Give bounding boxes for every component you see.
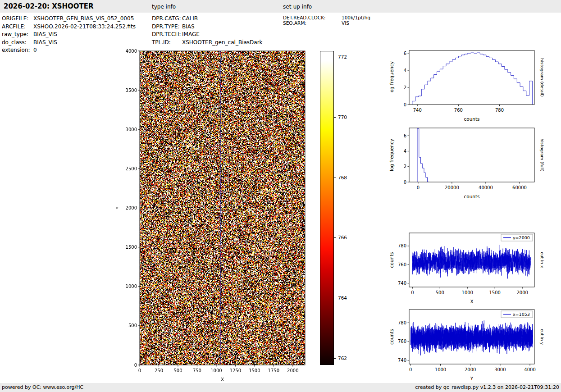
svg-text:1500: 1500 [249,368,260,373]
info-label: SEQ.ARM: [283,20,342,26]
cut-y-ylabel: counts [389,329,394,345]
info-label: extension: [2,46,33,55]
svg-text:3000: 3000 [494,367,506,372]
svg-text:740: 740 [398,281,406,286]
svg-text:760: 760 [398,262,406,267]
svg-text:0: 0 [411,290,414,295]
svg-text:250: 250 [155,368,163,373]
colorbar-tick-label: 764 [338,295,347,301]
info-value: BIAS_VIS [33,39,57,47]
svg-text:1750: 1750 [268,368,279,373]
colorbar-tick [334,298,336,298]
info-row-dpr-catg: DPR.CATG: CALIB [152,15,263,23]
info-label: DPR.TYPE: [152,23,182,31]
svg-text:2: 2 [404,164,406,169]
info-row-tpl-id: TPL.ID: XSHOOTER_gen_cal_BiasDark [152,39,263,47]
info-row-dpr-type: DPR.TYPE: BIAS [152,23,263,31]
info-value: XSHOOTER_gen_cal_BiasDark [182,39,263,47]
svg-text:6: 6 [404,51,406,56]
colorbar-tick-label: 770 [338,114,347,120]
svg-text:780: 780 [495,108,504,113]
info-value: XSHOOTER_GEN_BIAS_VIS_052_0005 [33,15,134,23]
svg-text:2500: 2500 [126,166,137,171]
info-row-dpr-tech: DPR.TECH: IMAGE [152,31,263,39]
cut-y-axes: 01000200030004000740760780Ycountscut in … [388,306,546,387]
svg-text:0: 0 [134,363,137,368]
svg-text:780: 780 [398,243,406,248]
svg-text:740: 740 [413,108,422,113]
svg-text:4: 4 [404,149,406,154]
colorbar-tick [334,117,336,118]
svg-text:1000: 1000 [210,368,222,373]
hist-full-ylabel: log frequency [389,139,394,171]
cut-y-xlabel: Y [470,376,474,381]
cut-x-y-axis: 740760780 [398,243,409,286]
info-label: ARCFILE: [2,23,33,31]
info-value: 0 [33,46,37,55]
svg-text:760: 760 [454,108,463,113]
cut-x-ylabel: counts [389,252,394,268]
svg-text:y=2000: y=2000 [513,235,530,240]
colorbar-gradient [320,51,334,365]
info-value: VIS [342,20,349,26]
info-row-origfile: ORIGFILE: XSHOOTER_GEN_BIAS_VIS_052_0005 [2,15,136,23]
cut-y-legend: x=1053 [501,311,533,318]
info-label: DET.READ.CLOCK: [283,15,342,20]
hist-full-x-axis: 0200004000060000 [417,182,527,190]
info-value: IMAGE [182,31,200,39]
footer-created-by: created by qc_rawdisp.py v1.2.3 on 2026-… [415,383,559,392]
hist-detail-y-axis: 0246 [404,51,409,107]
cut-y-y-axis: 740760780 [398,320,409,363]
hist-detail-right-label: histogram (detail) [540,58,545,96]
svg-text:760: 760 [398,339,406,344]
info-value: BIAS_VIS [33,31,57,39]
svg-text:0: 0 [404,180,406,185]
hist-detail-axes: 7407607800246countslog frequencyhistogra… [388,47,546,127]
svg-text:500: 500 [128,323,137,328]
svg-text:1000: 1000 [435,367,446,372]
svg-text:6: 6 [404,133,406,138]
main-image-y-axis: 05001000150020002500300035004000 [126,49,140,368]
type-info-block: DPR.CATG: CALIB DPR.TYPE: BIAS DPR.TECH:… [152,15,263,46]
cut-x-xlabel: X [470,299,473,304]
setup-info-section-label: set-up info [283,4,312,10]
colorbar-tick [334,358,336,359]
svg-text:0: 0 [409,367,412,372]
cut-x-axes: 0500100015002000740760780Xcountscut in x… [388,229,546,310]
hist-full-series [417,129,429,182]
svg-text:1250: 1250 [230,368,241,373]
histogram-full-plot: 02000040000600000246countslog frequencyh… [388,124,546,205]
svg-text:500: 500 [436,290,444,295]
main-image-x-axis: 025050075010001250150017502000 [138,365,299,373]
svg-text:1500: 1500 [126,245,137,250]
cut-x-x-axis: 0500100015002000 [411,287,528,295]
page-title: 2026-02-20: XSHOOTER [4,2,94,10]
type-info-section-label: type info [152,4,176,10]
svg-text:2000: 2000 [126,205,137,210]
info-label: DPR.TECH: [152,31,182,39]
cut-y-right-label: cut in y [540,329,545,345]
info-row-read-clock: DET.READ.CLOCK: 100k/1pt/hg [283,15,370,20]
hist-detail-ylabel: log frequency [389,61,394,94]
cut-in-y-plot: 01000200030004000740760780Ycountscut in … [388,306,546,387]
info-label: DPR.CATG: [152,15,182,23]
main-image-ylabel: Y [115,206,120,210]
info-value: 100k/1pt/hg [342,15,370,20]
colorbar-tick [334,178,336,178]
bias-image-canvas [140,51,305,365]
hist-detail-series [412,53,533,105]
colorbar-tick-label: 762 [338,355,347,361]
info-label: ORIGFILE: [2,15,33,23]
hist-full-right-label: histogram (full) [540,138,545,171]
svg-text:500: 500 [173,368,182,373]
hist-full-xlabel: counts [464,194,479,199]
svg-text:4: 4 [404,68,406,73]
colorbar: 762764766768770772 [320,51,360,366]
main-image-xlabel: X [221,377,224,382]
info-value: CALIB [182,15,198,23]
info-value: XSHOO.2026-02-21T08:33:24.252.fits [33,23,136,31]
svg-text:780: 780 [398,320,406,325]
svg-text:60000: 60000 [512,185,527,190]
qc-report-page: 2026-02-20: XSHOOTER type info set-up in… [0,0,561,392]
svg-text:20000: 20000 [445,185,459,190]
